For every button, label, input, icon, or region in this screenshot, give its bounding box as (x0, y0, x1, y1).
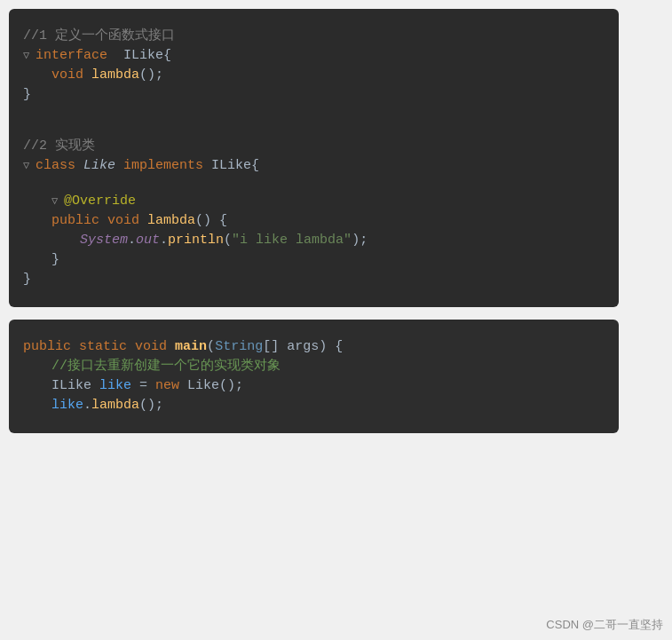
comment-line-2: //2 实现类 (23, 137, 601, 156)
override-annotation: @Override (64, 192, 136, 211)
system-ref: System (80, 231, 128, 250)
ilike-type: ILike (51, 376, 91, 396)
ilike-decl-line: ILike like = new Like (); (51, 376, 601, 396)
ilike-ref: ILike (211, 156, 251, 176)
code-block-1: //1 定义一个函数式接口 ▽ interface ILike { void l… (9, 9, 619, 307)
code-block-2: public static void main ( String [] args… (9, 320, 619, 433)
lambda-method: lambda (91, 66, 139, 85)
like-lambda-call-line: like . lambda (); (51, 396, 601, 415)
like-classname: Like (83, 156, 115, 176)
like-var-2: like (51, 396, 83, 415)
public-keyword: public (51, 211, 99, 231)
like-constructor: Like (187, 376, 219, 396)
watermark: CSDN @二哥一直坚持 (546, 617, 663, 633)
empty-line-3 (23, 176, 601, 192)
class-decl-line: ▽ class Like implements ILike { (23, 156, 601, 176)
string-literal: "i like lambda" (232, 231, 352, 250)
fold-icon-1[interactable]: ▽ (23, 46, 32, 66)
comment-line-3: //接口去重新创建一个它的实现类对象 (51, 357, 601, 376)
empty-line-1 (23, 105, 601, 121)
static-keyword: static (79, 337, 127, 357)
class-keyword: class (36, 156, 75, 176)
lambda-method-2: lambda (147, 211, 195, 231)
main-sig-line: public static void main ( String [] args… (23, 337, 601, 357)
implements-keyword: implements (123, 156, 203, 176)
void-lambda-line: void lambda (); (51, 66, 601, 85)
void-keyword-3: void (135, 337, 167, 357)
empty-line-2 (23, 121, 601, 137)
close-inner-brace: } (51, 250, 601, 270)
println-method: println (168, 231, 224, 250)
system-println-line: System . out . println ( "i like lambda"… (80, 231, 601, 250)
ilike-classname: ILike (123, 46, 163, 66)
void-keyword: void (51, 66, 83, 85)
string-type: String (215, 337, 263, 357)
out-ref: out (136, 231, 160, 250)
comment-line-1: //1 定义一个函数式接口 (23, 27, 601, 46)
public-keyword-3: public (23, 337, 71, 357)
close-brace-1: } (23, 85, 601, 105)
new-keyword: new (155, 376, 179, 396)
lambda-call: lambda (91, 396, 139, 415)
comment-text-3: //接口去重新创建一个它的实现类对象 (51, 357, 281, 376)
comment-text-2: //2 实现类 (23, 137, 95, 156)
fold-icon-2[interactable]: ▽ (23, 156, 32, 176)
interface-decl-line: ▽ interface ILike { (23, 46, 601, 66)
override-line: ▽ @Override (51, 192, 601, 211)
args-param: args (287, 337, 319, 357)
interface-keyword: interface (36, 46, 107, 66)
main-method: main (175, 337, 207, 357)
public-lambda-line: public void lambda () { (51, 211, 601, 231)
like-var: like (99, 376, 131, 396)
void-keyword-2: void (107, 211, 139, 231)
fold-icon-3[interactable]: ▽ (51, 192, 60, 211)
close-outer-brace: } (23, 270, 601, 289)
comment-text-1: //1 定义一个函数式接口 (23, 27, 175, 46)
